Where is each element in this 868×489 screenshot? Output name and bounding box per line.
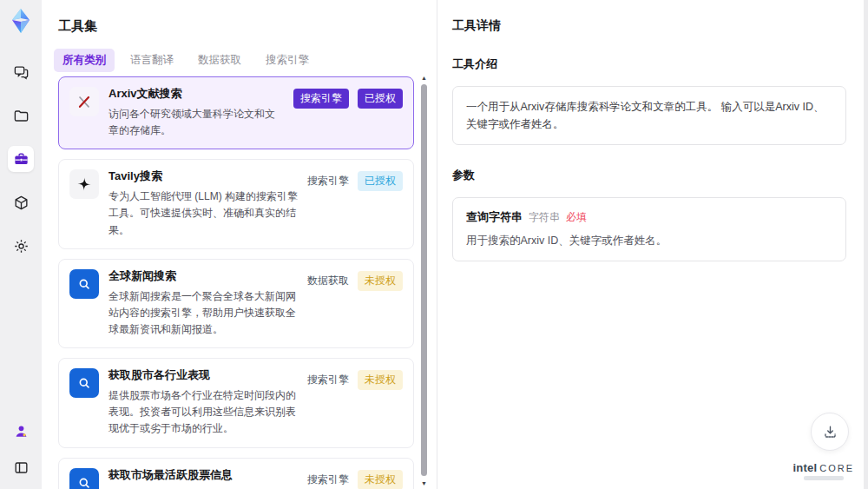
tool-description: 全球新闻搜索是一个聚合全球各大新闻网站内容的搜索引擎，帮助用户快速获取全球最新资…: [108, 288, 298, 339]
tool-detail-panel: 工具详情 工具介绍 一个用于从Arxiv存储库搜索科学论文和文章的工具。 输入可…: [438, 0, 864, 489]
app-window: 工具集 所有类别 语言翻译 数据获取 搜索引擎 Arxiv文献搜索 访问各个研究…: [0, 0, 868, 489]
panel-toggle-icon[interactable]: [8, 454, 34, 480]
gear-icon[interactable]: [8, 233, 34, 259]
folder-icon[interactable]: [8, 102, 34, 129]
download-button[interactable]: [811, 413, 849, 451]
user-icon[interactable]: [8, 418, 34, 444]
detail-title: 工具详情: [452, 18, 846, 34]
chat-icon[interactable]: [8, 59, 34, 85]
arxiv-logo-icon: [69, 87, 99, 116]
intro-text: 一个用于从Arxiv存储库搜索科学论文和文章的工具。 输入可以是Arxiv ID…: [466, 101, 825, 130]
tool-card-tavily[interactable]: Tavily搜索 专为人工智能代理 (LLM) 构建的搜索引擎工具。可快速提供实…: [58, 159, 414, 248]
toolbox-icon[interactable]: [8, 146, 34, 172]
blue-search-app-icon: [69, 269, 99, 299]
tool-description: 访问各个研究领域大量科学论文和文章的存储库。: [108, 106, 284, 139]
scrollbar-thumb[interactable]: [421, 84, 427, 476]
category-label: 搜索引擎: [307, 373, 349, 387]
intel-core-logo: intelCORE: [792, 461, 854, 480]
tool-name: Tavily搜索: [108, 169, 298, 184]
page-title: 工具集: [42, 0, 437, 35]
scroll-up-arrow[interactable]: ▲: [420, 75, 428, 82]
intro-heading: 工具介绍: [452, 56, 846, 72]
app-logo-icon[interactable]: [7, 7, 35, 35]
blue-search-app-icon: [69, 368, 99, 398]
tab-search-engine[interactable]: 搜索引擎: [257, 49, 318, 72]
tool-card-arxiv[interactable]: Arxiv文献搜索 访问各个研究领域大量科学论文和文章的存储库。 搜索引擎 已授…: [58, 76, 414, 149]
tool-description: 提供股票市场各个行业在特定时间段内的表现。投资者可以利用这些信息来识别表现优于或…: [108, 387, 298, 438]
category-badge: 搜索引擎: [293, 89, 349, 109]
auth-status-badge: 未授权: [358, 271, 403, 291]
tab-all-categories[interactable]: 所有类别: [54, 49, 115, 72]
cube-icon[interactable]: [8, 189, 34, 215]
tool-card-global-news[interactable]: 全球新闻搜索 全球新闻搜索是一个聚合全球各大新闻网站内容的搜索引擎，帮助用户快速…: [58, 259, 414, 348]
param-type: 字符串: [529, 210, 560, 225]
param-description: 用于搜索的Arxiv ID、关键字或作者姓名。: [466, 233, 832, 249]
sparkle-icon: [69, 169, 99, 199]
category-label: 搜索引擎: [307, 472, 349, 487]
tool-name: 获取市场最活跃股票信息: [108, 468, 298, 483]
intro-text-box: 一个用于从Arxiv存储库搜索科学论文和文章的工具。 输入可以是Arxiv ID…: [452, 86, 846, 145]
param-name: 查询字符串: [466, 209, 523, 225]
tool-name: Arxiv文献搜索: [108, 87, 284, 102]
tab-language-translation[interactable]: 语言翻译: [122, 49, 182, 72]
category-label: 搜索引擎: [307, 174, 349, 188]
category-label: 数据获取: [307, 274, 349, 288]
param-required-flag: 必填: [566, 210, 587, 225]
intel-brand-text: intel: [792, 461, 817, 474]
sidebar-rail: [0, 0, 42, 489]
core-brand-text: CORE: [819, 463, 854, 473]
auth-status-badge: 已授权: [358, 89, 403, 109]
tool-card-active-stocks[interactable]: 获取市场最活跃股票信息 提供当天交易量最高的股票列表。投资者可以利用这些信息来识…: [58, 458, 414, 489]
blue-search-app-icon: [69, 468, 99, 489]
category-tabs: 所有类别 语言翻译 数据获取 搜索引擎: [42, 35, 437, 72]
tool-name: 获取股市各行业表现: [108, 368, 298, 383]
list-scrollbar[interactable]: ▲ ▼: [420, 75, 428, 487]
tool-list-panel: 工具集 所有类别 语言翻译 数据获取 搜索引擎 Arxiv文献搜索 访问各个研究…: [42, 0, 437, 489]
auth-status-badge: 未授权: [358, 470, 403, 489]
auth-status-badge: 已授权: [358, 171, 403, 191]
tool-card-stock-sectors[interactable]: 获取股市各行业表现 提供股票市场各个行业在特定时间段内的表现。投资者可以利用这些…: [58, 358, 414, 447]
parameter-card: 查询字符串 字符串 必填 用于搜索的Arxiv ID、关键字或作者姓名。: [452, 197, 846, 261]
params-heading: 参数: [452, 168, 846, 183]
page-scrollbar[interactable]: [864, 0, 868, 489]
tab-data-fetch[interactable]: 数据获取: [189, 49, 250, 72]
auth-status-badge: 未授权: [358, 370, 403, 390]
tool-description: 专为人工智能代理 (LLM) 构建的搜索引擎工具。可快速提供实时、准确和真实的结…: [108, 188, 298, 239]
intel-sub-badge: [804, 476, 844, 480]
scroll-down-arrow[interactable]: ▼: [420, 480, 428, 487]
tool-card-list: Arxiv文献搜索 访问各个研究领域大量科学论文和文章的存储库。 搜索引擎 已授…: [42, 75, 437, 489]
tool-name: 全球新闻搜索: [108, 269, 298, 284]
